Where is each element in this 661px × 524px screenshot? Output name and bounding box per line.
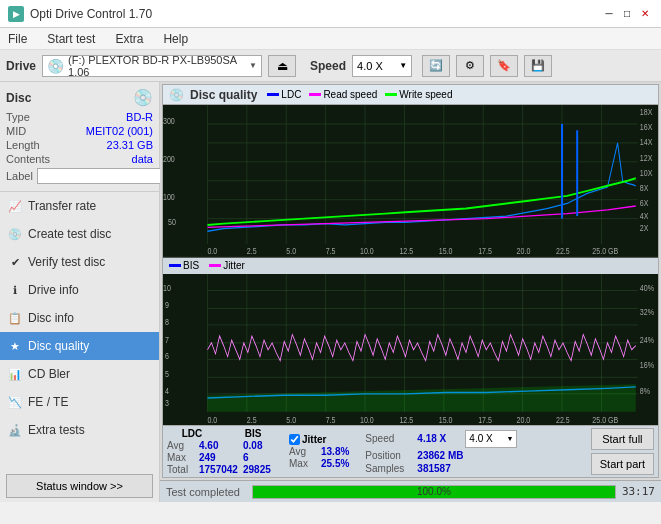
menu-extra[interactable]: Extra <box>111 30 147 48</box>
close-button[interactable]: ✕ <box>637 7 653 21</box>
sidebar-item-cd-bler-label: CD Bler <box>28 367 70 381</box>
legend-bis: BIS <box>169 260 199 271</box>
jitter-avg: 13.8% <box>321 446 349 457</box>
disc-type-label: Type <box>6 111 30 123</box>
speed-value: 4.0 X <box>357 60 395 72</box>
sidebar-item-transfer-rate[interactable]: 📈 Transfer rate <box>0 192 159 220</box>
speed-dropdown[interactable]: 4.0 X ▼ <box>352 55 412 77</box>
extra-tests-icon: 🔬 <box>8 423 22 437</box>
ldc-bis-stats: LDC BIS Avg 4.60 0.08 Max 249 6 Total <box>167 428 273 475</box>
svg-text:50: 50 <box>168 217 176 227</box>
disc-quality-title: Disc quality <box>190 88 257 102</box>
svg-text:5.0: 5.0 <box>286 246 296 256</box>
avg-label: Avg <box>167 440 195 451</box>
svg-text:2.5: 2.5 <box>247 246 257 256</box>
sidebar-item-fe-te-label: FE / TE <box>28 395 68 409</box>
svg-text:12.5: 12.5 <box>399 246 413 256</box>
sidebar-item-disc-quality[interactable]: ★ Disc quality <box>0 332 159 360</box>
svg-text:10: 10 <box>163 281 171 292</box>
drive-label: Drive <box>6 59 36 73</box>
sidebar-item-cd-bler[interactable]: 📊 CD Bler <box>0 360 159 388</box>
disc-quality-title-icon: 💿 <box>169 88 184 102</box>
jitter-max-label: Max <box>289 458 317 469</box>
start-part-button[interactable]: Start part <box>591 453 654 475</box>
jitter-avg-label: Avg <box>289 446 317 457</box>
svg-text:7.5: 7.5 <box>326 413 336 424</box>
bis-header: BIS <box>233 428 273 439</box>
jitter-label: Jitter <box>302 434 326 445</box>
svg-text:7: 7 <box>165 333 169 344</box>
position-label: Position <box>365 450 413 461</box>
drive-dropdown[interactable]: 💿 (F:) PLEXTOR BD-R PX-LB950SA 1.06 ▼ <box>42 55 262 77</box>
sidebar-item-verify-test-disc[interactable]: ✔ Verify test disc <box>0 248 159 276</box>
charts-container: 0.0 2.5 5.0 7.5 10.0 12.5 15.0 17.5 20.0… <box>163 105 658 425</box>
settings-button[interactable]: ⚙ <box>456 55 484 77</box>
disc-length-row: Length 23.31 GB <box>6 139 153 151</box>
svg-text:25.0 GB: 25.0 GB <box>592 246 618 256</box>
disc-mid-row: MID MEIT02 (001) <box>6 125 153 137</box>
disc-label-input[interactable] <box>37 168 170 184</box>
status-window-button[interactable]: Status window >> <box>6 474 153 498</box>
disc-length-label: Length <box>6 139 40 151</box>
sidebar-item-verify-test-disc-label: Verify test disc <box>28 255 105 269</box>
speed-stat-dropdown[interactable]: 4.0 X ▼ <box>465 430 517 448</box>
jitter-checkbox[interactable] <box>289 434 300 445</box>
disc-label-row: Label 🔍 <box>6 167 153 185</box>
sidebar-item-disc-info[interactable]: 📋 Disc info <box>0 304 159 332</box>
start-buttons: Start full Start part <box>591 428 654 475</box>
sidebar-item-extra-tests[interactable]: 🔬 Extra tests <box>0 416 159 444</box>
svg-text:5: 5 <box>165 368 169 379</box>
right-stats: Speed 4.18 X 4.0 X ▼ Position 23862 MB S… <box>365 430 517 474</box>
save-button[interactable]: 💾 <box>524 55 552 77</box>
bis-total: 29825 <box>243 464 273 475</box>
svg-text:15.0: 15.0 <box>439 246 453 256</box>
speed-chevron-icon: ▼ <box>399 61 407 70</box>
bookmark-button[interactable]: 🔖 <box>490 55 518 77</box>
sidebar-item-disc-quality-label: Disc quality <box>28 339 89 353</box>
disc-icon: 💿 <box>133 88 153 107</box>
progress-area: Test completed 100.0% 33:17 <box>160 480 661 502</box>
sidebar-item-extra-tests-label: Extra tests <box>28 423 85 437</box>
samples-label: Samples <box>365 463 413 474</box>
legend-write-speed-label: Write speed <box>399 89 452 100</box>
sidebar-item-create-test-disc[interactable]: 💿 Create test disc <box>0 220 159 248</box>
svg-text:0.0: 0.0 <box>207 413 217 424</box>
svg-text:8X: 8X <box>640 183 649 193</box>
disc-quality-panel: 💿 Disc quality LDC Read speed Write spee… <box>162 84 659 478</box>
svg-text:20.0: 20.0 <box>517 413 531 424</box>
bis-color <box>169 264 181 267</box>
menu-file[interactable]: File <box>4 30 31 48</box>
verify-test-disc-icon: ✔ <box>8 255 22 269</box>
menu-bar: File Start test Extra Help <box>0 28 661 50</box>
refresh-button[interactable]: 🔄 <box>422 55 450 77</box>
bis-max: 6 <box>243 452 273 463</box>
stats-bar: LDC BIS Avg 4.60 0.08 Max 249 6 Total <box>163 425 658 477</box>
read-speed-color <box>309 93 321 96</box>
svg-text:5.0: 5.0 <box>286 413 296 424</box>
sidebar-item-drive-info[interactable]: ℹ Drive info <box>0 276 159 304</box>
start-full-button[interactable]: Start full <box>591 428 654 450</box>
content-area: 💿 Disc quality LDC Read speed Write spee… <box>160 82 661 502</box>
write-speed-color <box>385 93 397 96</box>
svg-text:2.5: 2.5 <box>247 413 257 424</box>
maximize-button[interactable]: □ <box>619 7 635 21</box>
sidebar-item-fe-te[interactable]: 📉 FE / TE <box>0 388 159 416</box>
title-bar: ▶ Opti Drive Control 1.70 ─ □ ✕ <box>0 0 661 28</box>
svg-text:200: 200 <box>163 154 175 164</box>
svg-text:17.5: 17.5 <box>478 246 492 256</box>
svg-text:6: 6 <box>165 350 169 361</box>
svg-text:15.0: 15.0 <box>439 413 453 424</box>
svg-text:10.0: 10.0 <box>360 246 374 256</box>
samples-value: 381587 <box>417 463 450 474</box>
disc-contents-row: Contents data <box>6 153 153 165</box>
menu-help[interactable]: Help <box>159 30 192 48</box>
legend-read-speed-label: Read speed <box>323 89 377 100</box>
eject-button[interactable]: ⏏ <box>268 55 296 77</box>
menu-start-test[interactable]: Start test <box>43 30 99 48</box>
svg-text:12X: 12X <box>640 153 653 163</box>
jitter-max: 25.5% <box>321 458 349 469</box>
minimize-button[interactable]: ─ <box>601 7 617 21</box>
svg-text:100: 100 <box>163 192 175 202</box>
fe-te-icon: 📉 <box>8 395 22 409</box>
disc-quality-icon: ★ <box>8 339 22 353</box>
